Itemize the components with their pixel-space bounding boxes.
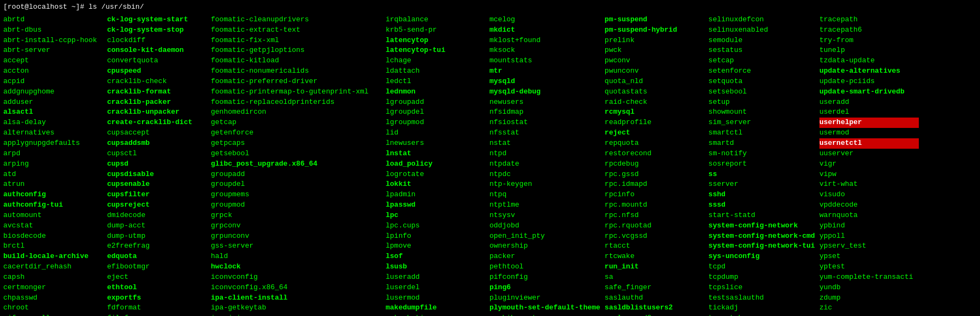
list-item: pwconv [605, 56, 704, 66]
list-item: sssd [709, 200, 815, 210]
list-item: ntpq [489, 190, 600, 200]
list-item: vigr [819, 159, 919, 169]
list-item: hwclock [211, 262, 381, 272]
list-item: sasldblistusers2 [605, 303, 704, 313]
list-item: efibootmgr [107, 262, 206, 272]
list-item: lgroupdel [386, 107, 485, 118]
list-item: atrun [3, 179, 103, 190]
list-item: exportfs [107, 293, 206, 303]
list-item: userhelper [819, 118, 919, 128]
list-item: ss [709, 169, 815, 180]
list-item: automount [3, 210, 103, 221]
list-item: dmidecode [107, 210, 206, 221]
list-item: mksock [489, 45, 600, 56]
list-item: tmpwatch [709, 313, 815, 316]
list-item: dump-utmp [107, 231, 206, 242]
list-item: getcap [211, 118, 381, 128]
list-item: dump-acct [107, 221, 206, 231]
list-item: rpc.rquotad [605, 221, 704, 231]
list-item: ypbind [819, 221, 919, 231]
list-item: gss-server [211, 241, 381, 251]
list-item: showmount [709, 107, 815, 118]
list-item: quotastats [605, 87, 704, 97]
list-item: makedumpfile [386, 303, 485, 313]
list-item: vipw [819, 169, 919, 180]
list-item: plymouth-set-default-theme [489, 303, 600, 313]
list-item: chpasswd [3, 293, 103, 303]
list-item: warnquota [819, 210, 919, 221]
list-item: setcap [709, 56, 815, 66]
list-item: getenforce [211, 128, 381, 138]
list-item: cracklib-check [107, 77, 206, 87]
list-item: accton [3, 66, 103, 77]
list-item: prelink [605, 36, 704, 46]
list-item: lpmove [386, 241, 485, 251]
list-item: ck-log-system-start [107, 15, 206, 25]
list-item: krb5-send-pr [386, 25, 485, 36]
list-item: biosdecode [3, 231, 103, 242]
list-item: pluginviewer [489, 293, 600, 303]
list-item: foomatic-preferred-driver [211, 77, 381, 87]
list-item: abrt-dbus [3, 25, 103, 36]
list-item: packer [489, 251, 600, 262]
list-item: tunelp [819, 45, 919, 56]
list-item: rpc.vcgssd [605, 231, 704, 242]
list-item: foomatic-fix-xml [211, 36, 381, 46]
list-item: pwck [605, 45, 704, 56]
list-item: system-config-network [709, 221, 815, 231]
list-item: mklost+found [489, 36, 600, 46]
list-item: pm-hibernate [489, 313, 600, 316]
list-item: zdump [819, 293, 919, 303]
list-item: cupsenable [107, 179, 206, 190]
list-item: smartd [709, 138, 815, 149]
list-item: rpc.gssd [605, 169, 704, 180]
list-item: fdformat [107, 303, 206, 313]
list-item: ipa-client-install [211, 293, 381, 303]
list-item: lnstat [386, 149, 485, 159]
list-item: run_init [605, 262, 704, 272]
list-item: pm-suspend [605, 15, 704, 25]
list-item: eject [107, 272, 206, 283]
list-item: lgroupmod [386, 118, 485, 128]
list-item: ntptlme [489, 200, 600, 210]
prompt-line: [root@localhost ~]# ls /usr/sbin/ [3, 2, 977, 13]
list-item: lpadmin [386, 190, 485, 200]
list-item: yptest [819, 262, 919, 272]
list-item: tcpd [709, 262, 815, 272]
list-item: filefrag [107, 313, 206, 316]
list-item: getsebool [211, 149, 381, 159]
list-item: alsa-delay [3, 118, 103, 128]
list-item: authconfig-tui [3, 200, 103, 210]
list-item: ntpd [489, 149, 600, 159]
list-item: ipa-getkeytab [211, 303, 381, 313]
list-item: visudo [819, 190, 919, 200]
list-item: tracepath [819, 15, 919, 25]
file-list: abrtdabrt-dbusabrt-install-ccpp-hookabrt… [3, 15, 977, 316]
list-item: ntsysv [489, 210, 600, 221]
list-item: oddjobd [489, 221, 600, 231]
list-item: lsusb [386, 262, 485, 272]
list-item: load_policy [386, 159, 485, 169]
list-item: luserdel [386, 283, 485, 293]
list-item: grpconv [211, 221, 381, 231]
list-item: luseradd [386, 272, 485, 283]
list-item: clockdiff [107, 36, 206, 46]
list-item: nfsidmap [489, 107, 600, 118]
list-item: open_init_pty [489, 231, 600, 242]
list-item: groupadd [211, 169, 381, 180]
list-item: grpunconv [211, 231, 381, 242]
list-item: sserver [709, 179, 815, 190]
list-item: setup [709, 97, 815, 108]
list-item: addgnupghome [3, 87, 103, 97]
list-item: mountstats [489, 56, 600, 66]
list-item: iconvconfig.x86_64 [211, 283, 381, 293]
list-item: cupsdisable [107, 169, 206, 180]
list-item: testsaslauthd [709, 293, 815, 303]
list-item: rpc.idmapd [605, 179, 704, 190]
list-item: sestatus [709, 45, 815, 56]
list-item: selinuxenabled [709, 25, 815, 36]
list-item: ping6 [489, 283, 600, 293]
list-item: try-from [819, 36, 919, 46]
list-item: raid-check [605, 97, 704, 108]
list-item: latencytop [386, 36, 485, 46]
